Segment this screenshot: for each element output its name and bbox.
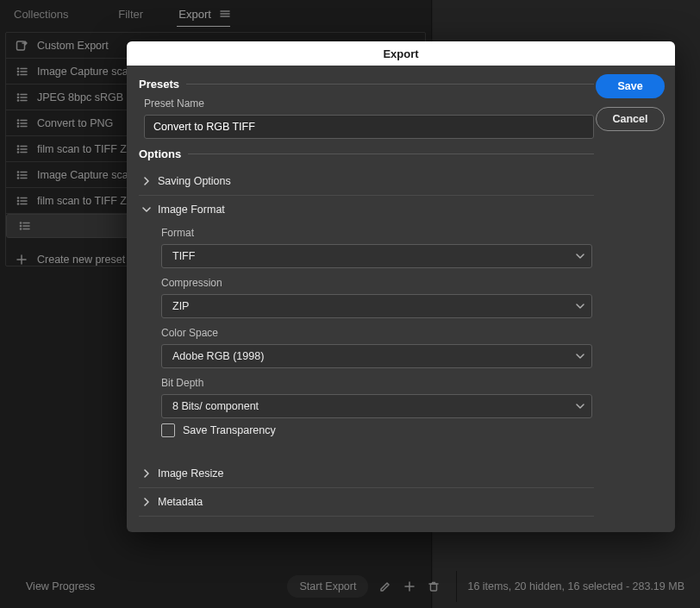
bit-depth-select[interactable]: 8 Bits/ component xyxy=(161,394,592,418)
chevron-right-icon xyxy=(139,498,154,506)
checkbox-icon xyxy=(161,423,175,437)
compression-select[interactable]: ZIP xyxy=(161,294,592,318)
image-format-fields: Format TIFF Compression ZIP Color Space … xyxy=(139,223,594,444)
section-image-format[interactable]: Image Format xyxy=(139,196,594,223)
cancel-button[interactable]: Cancel xyxy=(596,107,665,131)
preset-name-label: Preset Name xyxy=(144,97,594,110)
modal-title: Export xyxy=(383,47,418,60)
export-modal: Export Presets Preset Name Convert to RG… xyxy=(127,41,675,532)
format-select[interactable]: TIFF xyxy=(161,244,592,268)
section-metadata[interactable]: Metadata xyxy=(139,488,594,517)
save-button[interactable]: Save xyxy=(596,74,665,98)
chevron-down-icon xyxy=(576,302,584,310)
chevron-right-icon xyxy=(139,469,154,478)
chevron-down-icon xyxy=(576,402,584,411)
color-space-label: Color Space xyxy=(161,327,592,339)
compression-label: Compression xyxy=(161,277,592,289)
bit-depth-label: Bit Depth xyxy=(161,377,592,389)
save-transparency-checkbox[interactable]: Save Transparency xyxy=(161,423,592,437)
options-heading: Options xyxy=(139,147,181,160)
format-label: Format xyxy=(161,227,592,239)
chevron-right-icon xyxy=(139,177,154,185)
save-transparency-label: Save Transparency xyxy=(183,424,276,436)
chevron-down-icon xyxy=(139,205,154,214)
chevron-down-icon xyxy=(576,352,584,360)
section-saving-options[interactable]: Saving Options xyxy=(139,167,594,196)
color-space-select[interactable]: Adobe RGB (1998) xyxy=(161,344,592,368)
presets-heading: Presets xyxy=(139,78,179,91)
preset-name-input[interactable]: Convert to RGB TIFF xyxy=(144,115,594,139)
modal-title-bar: Export xyxy=(127,41,675,66)
chevron-down-icon xyxy=(576,252,584,260)
section-image-resize[interactable]: Image Resize xyxy=(139,460,594,488)
